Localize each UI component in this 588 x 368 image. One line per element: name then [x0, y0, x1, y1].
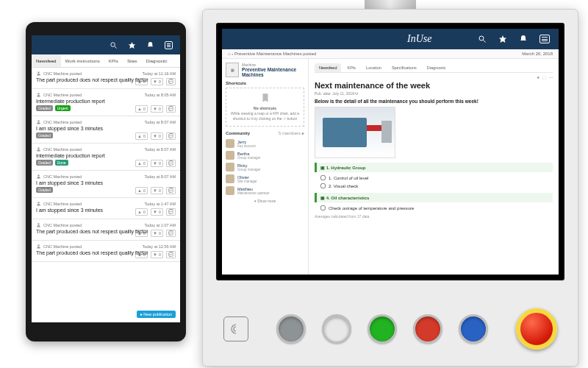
post-title: Next maintenance of the week: [315, 81, 553, 90]
tablet-tab-work-instructions[interactable]: Work instructions: [61, 54, 104, 67]
comment-icon[interactable]: 💬: [166, 132, 176, 140]
comment-icon[interactable]: 💬: [166, 187, 176, 194]
upvote-icon[interactable]: ▲ 0: [135, 187, 148, 194]
star-icon[interactable]: [498, 35, 507, 43]
tablet-tab-kpis[interactable]: KPIs: [104, 54, 123, 67]
shortcuts-title: Shortcuts: [226, 81, 304, 85]
task-item[interactable]: Check outrage of temperature and pressur…: [315, 204, 553, 212]
community-section: Community 5 members ▸ JerryKey accountBe…: [226, 130, 304, 205]
feed-item[interactable]: CNC Machine posted Today at 8:07 AM I am…: [32, 171, 180, 198]
task-checkbox[interactable]: [320, 183, 326, 188]
show-more-button[interactable]: ▾ Show more: [226, 197, 304, 205]
downvote-icon[interactable]: ▼ 0: [151, 105, 163, 113]
feed-item[interactable]: CNC Machine posted Today at 1:47 AM I am…: [32, 198, 180, 219]
comment-icon[interactable]: 💬: [166, 160, 176, 167]
svg-marker-2: [129, 41, 135, 48]
comment-icon[interactable]: 💬: [166, 251, 176, 258]
app-brand: InUse: [407, 33, 431, 45]
menu-icon[interactable]: [165, 41, 173, 49]
panel-tab-kpis[interactable]: KPIs: [343, 63, 360, 72]
tablet-screen: NewsfeedWork instructionsKPIsSitesDiagno…: [32, 35, 180, 322]
hardware-controls: [203, 292, 578, 366]
machine-icon: ▦: [226, 63, 239, 77]
panel-tab-newsfeed[interactable]: Newsfeed: [315, 63, 341, 72]
task-section-head[interactable]: ▣ 4. Oil characteristics: [315, 193, 553, 202]
star-icon[interactable]: [128, 41, 136, 49]
community-member[interactable]: RickyGroup manager: [226, 161, 304, 173]
machine-name: Preventive Maintenance Machines: [242, 67, 304, 77]
comment-icon[interactable]: 💬: [166, 105, 176, 113]
svg-line-1: [115, 46, 117, 48]
svg-point-11: [479, 36, 484, 40]
nfc-reader-icon[interactable]: [223, 316, 248, 342]
bell-icon[interactable]: [519, 35, 528, 43]
hardware-button-grey[interactable]: [276, 314, 306, 344]
emergency-stop-button[interactable]: [516, 308, 557, 350]
hardware-button-white[interactable]: [322, 314, 351, 344]
community-member[interactable]: MatthieuMaintenance operator: [226, 185, 304, 197]
svg-point-8: [37, 202, 39, 203]
upvote-icon[interactable]: ▲ 0: [135, 160, 148, 167]
panel-tabs: NewsfeedKPIsLocationSpecificationsDiagno…: [315, 63, 553, 73]
tablet-tab-diagnostic[interactable]: Diagnostic: [142, 54, 172, 67]
task-checkbox[interactable]: [320, 205, 326, 210]
feed-item[interactable]: CNC Machine posted Today at 8:07 AM Inte…: [32, 144, 180, 171]
downvote-icon[interactable]: ▼ 0: [151, 230, 163, 237]
comment-icon[interactable]: 💬: [166, 208, 176, 216]
tablet-header: [32, 35, 180, 54]
community-member[interactable]: JerryKey account: [226, 138, 304, 149]
search-icon[interactable]: [110, 41, 118, 49]
task-item[interactable]: 2. Visual check: [315, 182, 553, 190]
newsfeed-list: CNC Machine posted Today at 11:16 AM The…: [32, 68, 180, 322]
downvote-icon[interactable]: ▼ 0: [151, 251, 163, 258]
panel-tab-specifications[interactable]: Specifications: [387, 63, 421, 72]
feed-item[interactable]: CNC Machine posted Today at 8:07 AM I am…: [32, 116, 180, 144]
panel-tab-location[interactable]: Location: [362, 63, 386, 72]
upvote-icon[interactable]: ▲ 0: [135, 105, 148, 113]
downvote-icon[interactable]: ▼ 0: [151, 208, 163, 216]
bell-icon[interactable]: [146, 41, 154, 49]
tablet-tabs: NewsfeedWork instructionsKPIsSitesDiagno…: [32, 54, 180, 68]
svg-marker-13: [499, 35, 506, 43]
svg-line-12: [484, 40, 486, 43]
search-icon[interactable]: [478, 35, 487, 43]
avatar: [226, 163, 234, 171]
panel-main: NewsfeedKPIsLocationSpecificationsDiagno…: [309, 59, 559, 275]
svg-point-4: [37, 93, 39, 94]
task-section-head[interactable]: ▣ 1. Hydraulic Group: [315, 163, 553, 172]
downvote-icon[interactable]: ▼ 0: [151, 187, 163, 194]
panel-pc-device: InUse ⌂ › Preventive Maintenance Machine…: [202, 9, 578, 367]
upvote-icon[interactable]: ▲ 0: [135, 208, 148, 216]
bookmark-icon: [260, 93, 270, 103]
feed-item[interactable]: CNC Machine posted Today at 11:16 AM The…: [32, 68, 180, 89]
feed-item[interactable]: CNC Machine posted Today at 12:55 AM The…: [32, 241, 180, 262]
tablet-tab-newsfeed[interactable]: Newsfeed: [32, 54, 61, 67]
svg-point-3: [37, 71, 39, 73]
upvote-icon[interactable]: ▲ 0: [135, 132, 148, 140]
task-checkbox[interactable]: [320, 175, 326, 180]
downvote-icon[interactable]: ▼ 0: [151, 78, 163, 85]
downvote-icon[interactable]: ▼ 0: [151, 132, 163, 140]
community-member[interactable]: OlivierSite manager: [226, 173, 304, 185]
machine-header: ▦ Machine Preventive Maintenance Machine…: [226, 63, 304, 77]
task-item[interactable]: 1. Control of oil level: [315, 174, 553, 182]
tablet-tab-sites[interactable]: Sites: [123, 54, 142, 67]
feed-item[interactable]: CNC Machine posted Today at 1:07 AM The …: [32, 219, 180, 241]
svg-point-0: [111, 42, 115, 46]
new-publication-button[interactable]: ▸ New publication: [137, 311, 176, 318]
community-member[interactable]: BerthaGroup manager: [226, 149, 304, 161]
comment-icon[interactable]: 💬: [166, 230, 176, 237]
post-actions[interactable]: ★ ⬚ ⋯: [537, 75, 553, 79]
panel-bezel: InUse ⌂ › Preventive Maintenance Machine…: [216, 23, 564, 280]
hardware-button-red[interactable]: [413, 314, 442, 344]
hardware-button-green[interactable]: [368, 314, 397, 344]
svg-point-6: [37, 147, 39, 149]
comment-icon[interactable]: 💬: [166, 78, 176, 85]
panel-tab-diagnostic[interactable]: Diagnostic: [423, 63, 451, 72]
feed-item[interactable]: CNC Machine posted Today at 8:05 AM Inte…: [32, 89, 180, 116]
downvote-icon[interactable]: ▼ 0: [151, 160, 163, 167]
menu-icon[interactable]: [539, 35, 550, 43]
breadcrumb[interactable]: ⌂ › Preventive Maintenance Machines post…: [222, 49, 559, 59]
task-section: ▣ 1. Hydraulic Group1. Control of oil le…: [315, 163, 553, 190]
hardware-button-blue[interactable]: [459, 314, 488, 344]
